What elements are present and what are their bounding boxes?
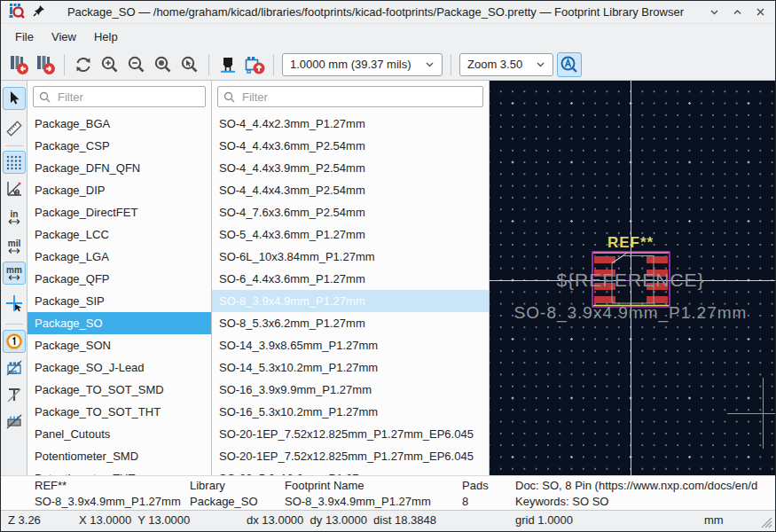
library-list-item[interactable]: Package_SO xyxy=(27,312,211,334)
refresh-button[interactable] xyxy=(71,52,96,77)
zoom-level-select[interactable]: Zoom 3.50 xyxy=(459,53,553,76)
zoom-in-button[interactable] xyxy=(98,52,122,77)
footprint-list-item[interactable]: SO-20-1EP_7.52x12.825mm_P1.27mm_EP6.045 xyxy=(212,445,489,467)
footprint-list-item[interactable]: SO-8_5.3x6.2mm_P1.27mm xyxy=(212,312,489,334)
info-column: Doc: SO, 8 Pin (https://www.nxp.com/docs… xyxy=(515,478,775,510)
unit-in-label: in xyxy=(11,210,19,218)
toolbar-separator xyxy=(64,54,65,75)
menu-view[interactable]: View xyxy=(43,26,85,49)
search-icon xyxy=(223,91,235,103)
measure-tool-button[interactable] xyxy=(3,117,26,140)
toolbar-separator xyxy=(273,54,274,75)
footprint-list-item[interactable]: SO-6L_10x3.84mm_P1.27mm xyxy=(212,246,489,268)
footprint-list-item[interactable]: SO-4_4.4x3.9mm_P2.54mm xyxy=(212,157,489,179)
select-tool-button[interactable] xyxy=(3,87,26,110)
library-list-item[interactable]: Panel_Cutouts xyxy=(27,423,211,445)
library-list-item[interactable]: Package_TO_SOT_SMD xyxy=(27,379,211,401)
rail-separator xyxy=(5,145,23,146)
close-button[interactable] xyxy=(752,4,768,20)
library-list-item[interactable]: Package_SO_J-Lead xyxy=(27,356,211,379)
footprint-list-item[interactable]: SO-4_4.4x3.6mm_P2.54mm xyxy=(212,135,489,157)
units-inches-button[interactable]: in xyxy=(3,206,26,229)
menu-file[interactable]: File xyxy=(6,26,43,49)
library-list-item[interactable]: Package_DIP xyxy=(27,179,211,201)
footprint-list-item[interactable]: SO-14_5.3x10.2mm_P1.27mm xyxy=(212,356,489,379)
footprint-list-item[interactable]: SO-4_4.4x4.3mm_P2.54mm xyxy=(212,179,489,201)
maximize-button[interactable] xyxy=(729,4,745,20)
full-window-crosshair-toggle[interactable] xyxy=(3,292,26,315)
window-title: Package_SO — /home/graham/kicad/librarie… xyxy=(52,5,699,19)
main-toolbar: 1.0000 mm (39.37 mils) Zoom 3.50 xyxy=(1,49,775,81)
library-list-item[interactable]: Package_CSP xyxy=(27,135,211,157)
library-list-item[interactable]: Package_DFN_QFN xyxy=(27,157,211,179)
footprint-list-item[interactable]: SO-8_3.9x4.9mm_P1.27mm xyxy=(212,290,489,312)
menubar: File View Help xyxy=(1,25,775,49)
previous-library-button[interactable] xyxy=(6,52,31,77)
library-list-item[interactable]: Package_SON xyxy=(27,334,211,356)
left-options-toolbar: in mil mm xyxy=(1,81,27,475)
footprint-list-item[interactable]: SO-16_3.9x9.9mm_P1.27mm xyxy=(212,379,489,401)
library-list-item[interactable]: Package_QFP xyxy=(27,268,211,290)
minimize-button[interactable] xyxy=(706,4,722,20)
zoom-to-fit-button[interactable] xyxy=(151,52,176,77)
library-list-item[interactable]: Package_TO_SOT_THT xyxy=(27,401,211,423)
insert-footprint-into-board-button[interactable] xyxy=(242,52,267,77)
units-mils-button[interactable]: mil xyxy=(3,235,26,258)
grid-size-select[interactable]: 1.0000 mm (39.37 mils) xyxy=(282,53,443,76)
footprint-list-item[interactable]: SO-6_4.4x3.6mm_P1.27mm xyxy=(212,268,489,290)
footprint-list-item[interactable]: SO-16_5.3x10.2mm_P1.27mm xyxy=(212,401,489,423)
info-label: Library xyxy=(190,478,280,494)
next-library-button[interactable] xyxy=(33,52,58,77)
grid-visibility-toggle[interactable] xyxy=(3,151,26,174)
titlebar[interactable]: Package_SO — /home/graham/kicad/librarie… xyxy=(1,1,775,24)
footprint-body-sketch-toggle[interactable] xyxy=(3,410,26,433)
unit-mil-label: mil xyxy=(8,239,20,247)
library-filter-input[interactable] xyxy=(56,90,200,105)
units-mm-button[interactable]: mm xyxy=(3,262,26,285)
info-label: REF** xyxy=(35,478,185,494)
chevron-down-icon xyxy=(536,59,545,69)
info-column: Footprint Name SO-8_3.9x4.9mm_P1.27mm xyxy=(285,478,458,510)
status-units: mm xyxy=(704,511,724,530)
zoom-to-selection-button[interactable] xyxy=(177,52,202,77)
footprint-preview-canvas[interactable]: REF** ${REFERENCE} SO-8_3.9x4.9mm_P1.27m… xyxy=(490,81,775,475)
info-label: Doc: SO, 8 Pin (https://www.nxp.com/docs… xyxy=(515,478,775,494)
footprint-list-item[interactable]: SO-14_3.9x8.65mm_P1.27mm xyxy=(212,334,489,356)
footprint-list-item[interactable]: SO-4_4.4x2.3mm_P1.27mm xyxy=(212,113,489,135)
show-pads-button[interactable] xyxy=(216,52,240,77)
library-panel: Package_BGAPackage_CSPPackage_DFN_QFNPac… xyxy=(27,81,212,475)
footprint-list-item[interactable]: SO-5_4.4x3.6mm_P1.27mm xyxy=(212,223,489,246)
footprint-info-bar: REF** SO-8_3.9x4.9mm_P1.27mm Library Pac… xyxy=(1,475,775,510)
text-sketch-toggle[interactable] xyxy=(3,383,26,406)
library-list-item[interactable]: Package_BGA xyxy=(27,113,211,135)
footprint-filter-box[interactable] xyxy=(217,86,483,107)
zoom-out-button[interactable] xyxy=(124,52,149,77)
library-list-item[interactable]: Package_DirectFET xyxy=(27,201,211,223)
footprint-list-item[interactable]: SO-20-1EP_7.52x12.825mm_P1.27mm_EP6.045 xyxy=(212,423,489,445)
library-list-item[interactable]: Package_SIP xyxy=(27,290,211,312)
info-value: Keywords: SO SO xyxy=(515,494,775,510)
info-value: Package_SO xyxy=(190,494,280,510)
footprint-outline-sketch-toggle[interactable] xyxy=(3,356,26,379)
pad-display-mode-toggle[interactable] xyxy=(3,330,26,353)
footprint-list-item[interactable]: SO-20_5.3x12.6mm_P1.27mm xyxy=(212,467,489,475)
cursor-crosshair xyxy=(727,378,775,449)
library-list-item[interactable]: Package_LGA xyxy=(27,246,211,268)
status-delta: dx 13.0000 dy 13.0000 dist 18.3848 xyxy=(247,511,436,530)
pin-icon[interactable] xyxy=(33,4,45,20)
unit-mm-label: mm xyxy=(6,266,22,274)
polar-coordinates-toggle[interactable] xyxy=(3,177,26,200)
automatic-zoom-toggle[interactable] xyxy=(557,52,582,77)
footprint-filter-input[interactable] xyxy=(240,90,477,105)
status-grid: grid 1.0000 xyxy=(515,511,573,530)
library-list-item[interactable]: Potentiometer_THT xyxy=(27,467,211,475)
library-list-item[interactable]: Potentiometer_SMD xyxy=(27,445,211,467)
resize-grip[interactable] xyxy=(760,516,772,528)
footprint-list-item[interactable]: SO-4_7.6x3.6mm_P2.54mm xyxy=(212,201,489,223)
library-list-item[interactable]: Package_LCC xyxy=(27,223,211,246)
grid-size-value: 1.0000 mm (39.37 mils) xyxy=(290,58,419,71)
footprint-ref-text: REF** xyxy=(607,234,654,251)
info-column: Library Package_SO xyxy=(190,478,280,510)
menu-help[interactable]: Help xyxy=(85,26,127,49)
library-filter-box[interactable] xyxy=(33,86,206,107)
